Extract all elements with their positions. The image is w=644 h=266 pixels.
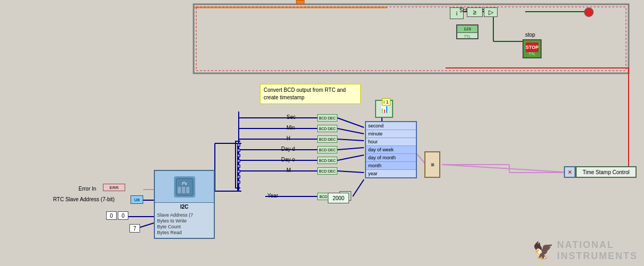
- i2c-port-byte-count: Byte Count: [157, 224, 212, 229]
- ts-second: second: [366, 122, 416, 130]
- subvi-label: i 1: [382, 98, 390, 106]
- compare-terminal: ≥: [467, 7, 483, 17]
- slave-address-display: U8: [130, 195, 143, 204]
- i2c-port-slave: Slave Address (7: [157, 212, 212, 218]
- i2c-ports: Slave Address (7 Bytes to Write Byte Cou…: [155, 211, 214, 237]
- svg-line-25: [353, 179, 364, 196]
- display-bottom: TTL: [457, 33, 477, 39]
- bracket-dot-3: [237, 154, 240, 157]
- ts-minute: minute: [366, 130, 416, 138]
- stop-label: stop: [525, 32, 535, 38]
- min-label: Min: [286, 125, 295, 131]
- error-in-label: Error In: [79, 186, 96, 192]
- hour-bcd: BCD DEC: [317, 135, 337, 143]
- ni-text: NATIONALINSTRUMENTS: [557, 239, 638, 262]
- rtc-slave-label: RTC Slave Address (7-bit): [53, 196, 115, 202]
- bracket-dot-6: [237, 170, 240, 173]
- svg-rect-2: [196, 7, 626, 71]
- stop-button-icon: STOP: [526, 42, 538, 52]
- bracket-dot-1: [237, 143, 240, 147]
- comment-box: Convert BCD output from RTC and create t…: [260, 84, 361, 104]
- hour-label: H: [286, 135, 290, 141]
- month-label: M: [286, 167, 291, 173]
- i2c-icon: i²c: [155, 171, 214, 203]
- svg-line-20: [337, 148, 364, 150]
- bracket-dot-7: [237, 175, 240, 178]
- svg-line-22: [337, 171, 364, 173]
- sec-label: Sec: [286, 114, 295, 120]
- year-label: Year: [267, 193, 278, 199]
- i2c-port-bytes-read: Bytes Read: [157, 230, 212, 235]
- day-of-week-bcd: BCD DEC: [317, 146, 337, 153]
- bracket-dot-5: [237, 165, 240, 168]
- svg-text:i²c: i²c: [182, 181, 187, 186]
- ni-brand: NATIONALINSTRUMENTS: [557, 239, 638, 262]
- ts-day-of-week: day of week: [366, 146, 416, 154]
- timestamp-cluster: second minute hour day of week day of mo…: [365, 121, 417, 178]
- bracket-dot-2: [237, 149, 240, 152]
- i2c-icon-inner: i²c: [174, 176, 195, 198]
- svg-line-27: [442, 165, 564, 172]
- canvas: i Schleifenzähler ≥ ▷ 123 TTL stop STOP …: [0, 0, 644, 266]
- timestamp-control[interactable]: Time Stamp Control: [576, 166, 637, 178]
- stop-indicator: [584, 7, 594, 17]
- ts-day-of-month: day of month: [366, 154, 416, 162]
- ni-logo: 🦅 NATIONALINSTRUMENTS: [533, 239, 638, 262]
- svg-rect-45: [182, 187, 185, 193]
- ni-eagle-icon: 🦅: [533, 241, 554, 261]
- svg-rect-44: [178, 187, 181, 193]
- i2c-svg: i²c: [175, 177, 194, 196]
- stop-button-label: TTL: [529, 52, 535, 56]
- error-cluster-icon: ERR: [110, 185, 119, 190]
- day-of-month-bcd: BCD DEC: [317, 157, 337, 164]
- orange-top-connector: [296, 0, 304, 4]
- svg-line-18: [337, 128, 364, 134]
- schleifenzaehler-display: 123 TTL: [456, 24, 478, 39]
- month-bcd: BCD DEC: [317, 167, 337, 175]
- svg-line-21: [337, 155, 364, 160]
- subvi-icon: 📊: [380, 105, 389, 113]
- arrow-terminal: ▷: [484, 7, 498, 17]
- port-bytes-write-label: Bytes to Write: [157, 218, 187, 224]
- port-slave-label: Slave Address (7: [157, 212, 193, 218]
- svg-line-17: [337, 118, 364, 127]
- svg-rect-46: [186, 187, 189, 193]
- min-bcd: BCD DEC: [317, 125, 337, 132]
- zero-value-1: 0: [106, 211, 117, 220]
- build-array-icon: ⊞: [430, 163, 435, 167]
- year-value-display: 2000: [328, 193, 349, 203]
- wire-layer: [0, 0, 644, 266]
- port-byte-count-label: Byte Count: [157, 224, 181, 229]
- seven-value: 7: [129, 224, 140, 233]
- comment-text: Convert BCD output from RTC and create t…: [264, 87, 346, 100]
- i2c-port-bytes-write: Bytes to Write: [157, 218, 212, 224]
- display-top: 123: [457, 25, 477, 33]
- ts-year: year: [366, 170, 416, 177]
- iteration-label: i: [456, 11, 457, 16]
- i2c-block[interactable]: i²c I2C Slave Address (7 Bytes to Write …: [154, 170, 215, 239]
- ts-hour: hour: [366, 138, 416, 146]
- sec-bcd: BCD DEC: [317, 114, 337, 122]
- port-bytes-read-label: Bytes Read: [157, 230, 182, 235]
- svg-line-19: [337, 139, 364, 141]
- bracket-dot-8: [237, 181, 240, 184]
- day-of-month-label: Day o: [281, 157, 295, 162]
- svg-rect-1: [194, 4, 629, 73]
- zero-value-2: 0: [118, 211, 128, 220]
- error-cluster: ERR: [103, 184, 125, 191]
- ts-month: month: [366, 162, 416, 170]
- stop-button[interactable]: STOP TTL: [523, 39, 542, 58]
- i2c-label: I2C: [155, 203, 214, 211]
- x-terminal[interactable]: ✕: [564, 166, 576, 178]
- day-of-week-label: Day d: [281, 146, 295, 152]
- build-array-block[interactable]: ⊞: [424, 151, 440, 178]
- bracket-dot-4: [237, 159, 240, 162]
- ts-control-label: Time Stamp Control: [582, 169, 630, 175]
